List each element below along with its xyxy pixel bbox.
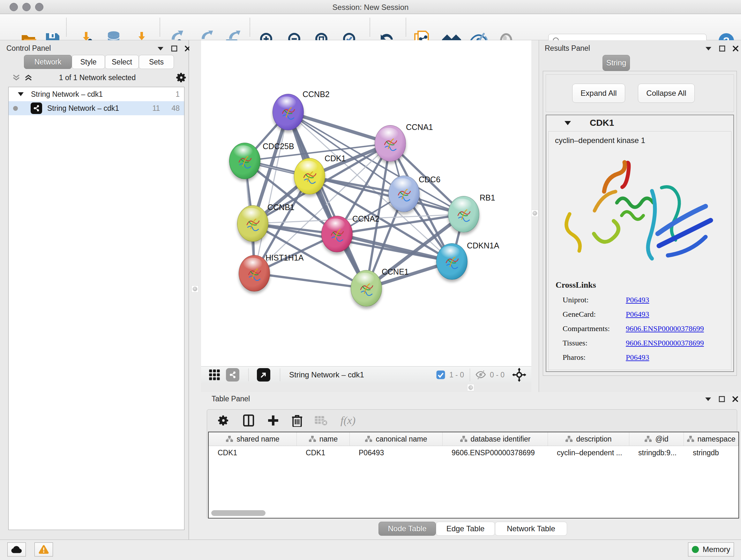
node-CDC25B[interactable] (229, 143, 260, 179)
tab-select[interactable]: Select (105, 55, 139, 69)
cell-database-identifier[interactable]: 9606.ENSP00000378699 (443, 446, 548, 460)
panel-float-icon[interactable] (719, 45, 725, 52)
memory-label: Memory (703, 545, 731, 554)
column-header-@id[interactable]: @id (629, 432, 684, 446)
panel-menu-icon[interactable] (705, 46, 712, 51)
node-CCNE1[interactable] (351, 270, 382, 307)
memory-button[interactable]: Memory (688, 543, 734, 557)
results-panel-title: Results Panel (545, 44, 590, 53)
network-row-selected[interactable]: String Network – cdk1 11 48 (9, 101, 184, 115)
results-content: Expand All Collapse All CDK1 cyclin–depe… (543, 71, 737, 376)
delete-column-trash-icon[interactable] (291, 414, 303, 427)
table-gear-icon[interactable] (217, 415, 229, 427)
node-label-CCNA1: CCNA1 (406, 123, 433, 132)
column-header-database-identifier[interactable]: database identifier (443, 432, 548, 446)
tab-string[interactable]: String (603, 55, 630, 71)
node-CCNA1[interactable] (375, 125, 406, 162)
tab-network[interactable]: Network (24, 55, 72, 69)
node-RB1[interactable] (448, 196, 479, 233)
table-row[interactable]: CDK1CDK1P064939606.ENSP00000378699cyclin… (209, 446, 738, 460)
column-header-name[interactable]: name (297, 432, 350, 446)
network-panel-gear-icon[interactable] (176, 72, 187, 83)
toolbar-separator (369, 18, 370, 37)
column-header-shared-name[interactable]: shared name (209, 432, 297, 446)
network-row-label: String Network – cdk1 (47, 104, 119, 113)
cell-canonical-name[interactable]: P06493 (350, 446, 443, 460)
gene-detail-box: cyclin–dependent kinase 1 (548, 131, 731, 370)
network-view-toolbar: String Network – cdk1 1 - 0 0 - 0 (201, 366, 531, 383)
node-table: shared namenamecanonical namedatabase id… (208, 432, 739, 518)
right-splitter-handle[interactable] (531, 210, 538, 217)
protein-structure-image (556, 150, 722, 274)
expand-all-button[interactable]: Expand All (572, 84, 625, 103)
cell-shared-name[interactable]: CDK1 (209, 446, 297, 460)
tab-style[interactable]: Style (72, 55, 105, 69)
tab-network-table[interactable]: Network Table (495, 522, 567, 536)
toolbar-separator (250, 18, 250, 37)
crosslinks-list: Uniprot:P06493GeneCard:P06493Compartment… (562, 296, 731, 362)
panel-menu-icon[interactable] (157, 46, 164, 51)
crosslink-link[interactable]: P06493 (626, 310, 649, 319)
warnings-button[interactable] (35, 543, 53, 557)
toolbar-separator (66, 18, 67, 37)
cloud-status-button[interactable] (7, 543, 26, 557)
panel-close-icon[interactable] (732, 396, 738, 402)
panel-float-icon[interactable] (719, 396, 725, 402)
collapse-all-networks-icon[interactable] (12, 73, 20, 82)
tab-edge-table[interactable]: Edge Table (436, 522, 495, 536)
crosslink-link[interactable]: 9606.ENSP00000378699 (626, 324, 704, 333)
node-CCNA2[interactable] (321, 216, 353, 252)
pan-mode-icon[interactable] (512, 368, 526, 382)
tab-node-table[interactable]: Node Table (379, 522, 436, 536)
gene-section-header[interactable]: CDK1 (546, 115, 733, 131)
window-title: Session: New Session (0, 3, 741, 12)
open-in-new-window-icon[interactable] (257, 368, 270, 381)
collapse-all-button[interactable]: Collapse All (638, 84, 695, 103)
panel-close-icon[interactable] (732, 45, 739, 52)
crosslink-link[interactable]: 9606.ENSP00000378699 (626, 339, 704, 348)
function-builder-icon[interactable]: f(x) (340, 415, 355, 427)
horizontal-scrollbar[interactable] (211, 510, 266, 516)
grid-view-icon[interactable] (208, 368, 221, 381)
node-label-HIST1H1A: HIST1H1A (266, 253, 304, 262)
node-label-RB1: RB1 (480, 193, 495, 202)
node-CDK1[interactable] (294, 158, 325, 194)
add-column-icon[interactable] (267, 415, 279, 427)
delete-table-icon[interactable] (314, 415, 328, 426)
cell-namespace[interactable]: stringdb (684, 446, 738, 460)
crosslink-label: Pharos: (562, 353, 626, 362)
cloud-icon (11, 545, 22, 554)
results-panel: Results Panel String Expand All Collapse… (539, 40, 741, 392)
edge-HIST1H1A-CCNE1 (254, 273, 366, 288)
network-canvas[interactable]: CCNB2CCNA1CDC25BCDK1CDC6RB1CCNB1CCNA2CDK… (201, 40, 531, 366)
hidden-eye-slash-icon[interactable] (475, 370, 487, 380)
cell-name[interactable]: CDK1 (297, 446, 350, 460)
panel-menu-icon[interactable] (704, 397, 712, 401)
show-columns-icon[interactable] (242, 414, 255, 427)
network-selection-status: 1 of 1 Network selected (38, 73, 156, 82)
cell-@id[interactable]: stringdb:9... (629, 446, 684, 460)
node-label-CDKN1A: CDKN1A (467, 241, 499, 250)
crosslink-link[interactable]: P06493 (626, 353, 649, 362)
string-view-icon[interactable] (226, 368, 239, 381)
panel-float-icon[interactable] (171, 45, 178, 52)
left-splitter-handle[interactable] (192, 286, 199, 293)
node-CDC6[interactable] (388, 176, 420, 212)
expand-all-networks-icon[interactable] (24, 73, 32, 82)
crosslink-row: Uniprot:P06493 (562, 296, 731, 304)
node-CCNB2[interactable] (273, 94, 304, 130)
network-collection-row[interactable]: String Network – cdk1 1 (9, 87, 184, 101)
column-header-description[interactable]: description (548, 432, 629, 446)
tab-sets[interactable]: Sets (139, 55, 174, 69)
crosslink-link[interactable]: P06493 (626, 296, 649, 304)
cell-description[interactable]: cyclin–dependent ... (548, 446, 629, 460)
node-CDKN1A[interactable] (436, 243, 468, 280)
column-header-namespace[interactable]: namespace (684, 432, 738, 446)
toolbar-separator (159, 18, 160, 37)
selected-checkbox-icon[interactable] (436, 370, 446, 380)
column-header-canonical-name[interactable]: canonical name (350, 432, 443, 446)
horizontal-splitter-handle[interactable] (467, 384, 474, 391)
node-CCNB1[interactable] (237, 205, 268, 242)
cytoscape-window: { "window": { "title": "Session: New Ses… (0, 0, 741, 560)
crosslink-row: Compartments:9606.ENSP00000378699 (562, 324, 731, 333)
